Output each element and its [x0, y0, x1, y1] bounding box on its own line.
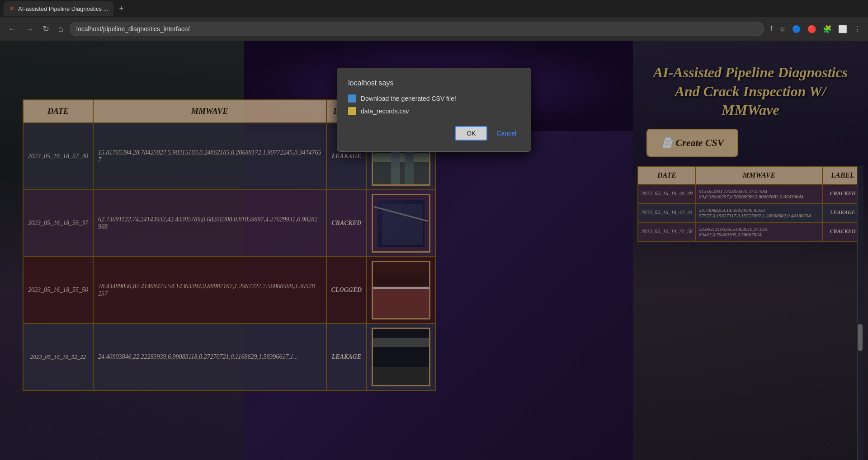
- dialog-ok-button[interactable]: OK: [455, 126, 487, 141]
- tab-label: AI-assisted Pipeline Diagnostics ...: [18, 5, 108, 12]
- refresh-button[interactable]: ↻: [40, 22, 52, 36]
- ext2-icon[interactable]: 🔴: [806, 23, 818, 35]
- browser-nav-icons: ⤴ ☆ 🔵 🔴 🧩 ⬜ ⋮: [768, 23, 863, 35]
- forward-button[interactable]: →: [23, 23, 36, 36]
- window-icon[interactable]: ⬜: [836, 23, 849, 35]
- dialog-cancel-button[interactable]: Cancel: [493, 126, 520, 141]
- dialog-overlay: localhost says Download the generated CS…: [0, 41, 868, 460]
- ext1-icon[interactable]: 🔵: [790, 23, 803, 35]
- active-tab[interactable]: ✕ AI-assisted Pipeline Diagnostics ...: [4, 1, 113, 16]
- address-bar[interactable]: localhost/pipeline_diagnostics_interface…: [70, 22, 764, 36]
- home-button[interactable]: ⌂: [56, 23, 66, 36]
- back-button[interactable]: ←: [5, 23, 19, 36]
- ext3-icon[interactable]: 🧩: [821, 23, 834, 35]
- address-text: localhost/pipeline_diagnostics_interface…: [76, 25, 190, 33]
- dialog-item-file: data_records.csv: [348, 107, 520, 115]
- bookmark-icon[interactable]: ☆: [778, 23, 788, 35]
- dialog-buttons: OK Cancel: [348, 126, 520, 141]
- file-icon: [348, 107, 356, 115]
- share-icon[interactable]: ⤴: [768, 23, 775, 35]
- dialog-file-text: data_records.csv: [361, 108, 409, 115]
- tab-bar: ✕ AI-assisted Pipeline Diagnostics ... +: [0, 0, 868, 17]
- dialog-download-text: Download the generated CSV file!: [361, 95, 456, 102]
- menu-icon[interactable]: ⋮: [852, 23, 863, 35]
- dialog-title: localhost says: [348, 79, 520, 87]
- browser-chrome: ✕ AI-assisted Pipeline Diagnostics ... +…: [0, 0, 868, 41]
- tab-close-icon[interactable]: ✕: [9, 5, 14, 13]
- dialog-item-download: Download the generated CSV file!: [348, 94, 520, 103]
- new-tab-button[interactable]: +: [115, 4, 127, 14]
- page-content: DATE MMWAVE LABEL 2023_05_16_18_57_40 15…: [0, 41, 868, 460]
- download-icon: [348, 94, 356, 103]
- dialog-box: localhost says Download the generated CS…: [337, 68, 531, 152]
- nav-bar: ← → ↻ ⌂ localhost/pipeline_diagnostics_i…: [0, 17, 868, 41]
